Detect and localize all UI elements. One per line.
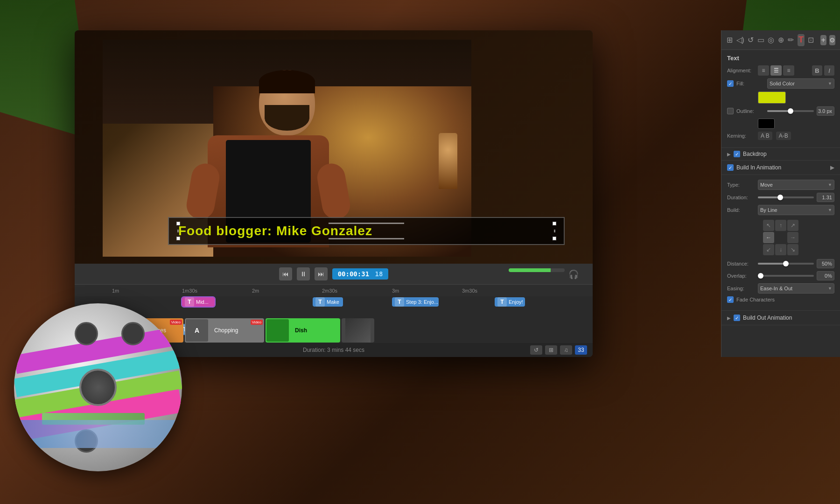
dir-arrow-e[interactable]: → bbox=[787, 232, 798, 243]
build-in-checkbox[interactable]: ✓ bbox=[727, 164, 734, 171]
dir-arrow-n[interactable]: ↑ bbox=[775, 220, 786, 231]
fade-chars-label: Fade Characters bbox=[736, 297, 775, 302]
outline-slider[interactable] bbox=[767, 110, 814, 112]
type-select[interactable]: Move ▼ bbox=[758, 180, 834, 190]
dir-arrow-se[interactable]: ↘ bbox=[787, 244, 798, 255]
audio-button[interactable]: ♫ bbox=[560, 345, 572, 355]
fill-color-swatch[interactable] bbox=[758, 91, 786, 104]
reel-hole-1 bbox=[75, 322, 98, 345]
ruler-mark: 3m bbox=[392, 288, 399, 294]
distance-row: Distance: 50% bbox=[727, 259, 834, 268]
duration-row: Duration: 1.31 bbox=[727, 193, 834, 202]
fill-type-arrow: ▼ bbox=[828, 81, 832, 86]
align-right-button[interactable]: ≡ bbox=[783, 65, 794, 76]
reel-blue-stripe bbox=[14, 420, 182, 448]
alignment-label: Alignment: bbox=[727, 68, 755, 73]
align-left-button[interactable]: ≡ bbox=[758, 65, 769, 76]
skip-back-button[interactable]: ⏮ bbox=[279, 267, 292, 280]
italic-button[interactable]: I bbox=[824, 65, 834, 76]
share-tool-icon[interactable]: ⊡ bbox=[807, 34, 815, 46]
distance-slider[interactable] bbox=[758, 263, 814, 265]
fill-color-row bbox=[727, 91, 834, 104]
panel-gear-button[interactable]: ⚙ bbox=[829, 35, 835, 45]
fill-row: ✓ Fill: Solid Color ▼ bbox=[727, 78, 834, 89]
speaker-tool-icon[interactable]: ◁) bbox=[736, 34, 744, 46]
video-preview: Food blogger: Mike Gonzalez bbox=[75, 30, 593, 264]
display-tool-icon[interactable]: ▭ bbox=[757, 34, 764, 46]
easing-select[interactable]: Ease-In & Out ▼ bbox=[758, 283, 834, 294]
rotate-left-button[interactable]: ↺ bbox=[530, 345, 542, 355]
kerning-sample-2[interactable]: A-B bbox=[776, 132, 791, 140]
media-clip-dish[interactable]: Dish bbox=[266, 318, 340, 343]
distance-label: Distance: bbox=[727, 261, 755, 266]
fill-checkbox[interactable]: ✓ bbox=[727, 80, 734, 87]
kerning-label: Kerning: bbox=[727, 133, 755, 139]
monitor-tool-icon[interactable]: ⊞ bbox=[726, 34, 734, 46]
panel-toolbar: ⊞ ◁) ↺ ▭ ◎ ⊕ ✏ T ⊡ + ⚙ bbox=[721, 30, 840, 50]
clip-enjoy[interactable]: T Enjoy! bbox=[495, 297, 525, 307]
overlap-slider[interactable] bbox=[758, 275, 814, 277]
fill-type-select[interactable]: Solid Color ▼ bbox=[767, 78, 834, 89]
build-in-label: Build In Animation bbox=[736, 164, 781, 171]
fade-chars-checkbox[interactable]: ✓ bbox=[727, 296, 734, 303]
bottom-toolbar: ↺ ⊞ ♫ 33 bbox=[530, 345, 587, 355]
clip-make[interactable]: T Make bbox=[313, 297, 343, 307]
pen-tool-icon[interactable]: ✏ bbox=[787, 34, 795, 46]
refresh-tool-icon[interactable]: ↺ bbox=[747, 34, 755, 46]
duration-slider[interactable] bbox=[758, 196, 814, 198]
film-reel bbox=[14, 303, 191, 481]
pause-button[interactable]: ⏸ bbox=[297, 267, 310, 280]
link-tool-icon[interactable]: ⊕ bbox=[777, 34, 785, 46]
text-section-title: Text bbox=[727, 55, 834, 62]
build-in-section-header[interactable]: ✓ Build In Animation ▶ bbox=[721, 161, 840, 175]
easing-label: Easing: bbox=[727, 286, 755, 291]
align-center-button[interactable]: ☰ bbox=[770, 65, 782, 76]
dir-arrow-sw[interactable]: ↙ bbox=[763, 244, 774, 255]
expand-button[interactable]: ⊞ bbox=[545, 345, 557, 355]
distance-value: 50% bbox=[817, 259, 834, 268]
media-clip-thumbnail[interactable] bbox=[342, 318, 374, 343]
headphone-icon: 🎧 bbox=[568, 269, 579, 280]
kerning-row: Kerning: A B A-B bbox=[727, 132, 834, 140]
build-out-section-header[interactable]: ▶ ✓ Build Out Animation bbox=[721, 311, 840, 325]
play-circle-tool-icon[interactable]: ◎ bbox=[767, 34, 775, 46]
backdrop-checkbox[interactable]: ✓ bbox=[734, 151, 740, 157]
media-clip-chopping[interactable]: A Video Chopping bbox=[185, 318, 264, 343]
build-select[interactable]: By Line ▼ bbox=[758, 205, 834, 215]
text-tool-icon[interactable]: T bbox=[798, 34, 805, 46]
dir-arrow-s[interactable]: ↓ bbox=[775, 244, 786, 255]
outline-value: 3.0 px bbox=[817, 106, 834, 116]
panel-add-button[interactable]: + bbox=[820, 35, 826, 45]
backdrop-chevron: ▶ bbox=[727, 152, 731, 157]
timecode-display: 00:00:31 18 bbox=[332, 268, 389, 280]
overlap-value: 0% bbox=[817, 271, 834, 280]
text-section: Text Alignment: ≡ ☰ ≡ B I ✓ Fill: Solid … bbox=[721, 50, 840, 148]
build-out-chevron: ▶ bbox=[727, 315, 731, 321]
kerning-samples: A B A-B bbox=[758, 132, 791, 140]
direction-grid-container: ↖ ↑ ↗ ← → ↙ ↓ ↘ bbox=[727, 218, 834, 257]
duration-label: Duration: bbox=[727, 195, 755, 200]
bold-button[interactable]: B bbox=[812, 65, 822, 76]
build-out-label: Build Out Animation bbox=[743, 315, 792, 321]
kerning-sample-1[interactable]: A B bbox=[758, 132, 772, 140]
dir-arrow-nw[interactable]: ↖ bbox=[763, 220, 774, 231]
counter-button[interactable]: 33 bbox=[575, 345, 587, 355]
build-out-checkbox[interactable]: ✓ bbox=[734, 315, 740, 321]
dir-arrow-ne[interactable]: ↗ bbox=[787, 220, 798, 231]
direction-grid: ↖ ↑ ↗ ← → ↙ ↓ ↘ bbox=[763, 220, 798, 255]
video-text-overlay[interactable]: Food blogger: Mike Gonzalez bbox=[168, 217, 565, 245]
ruler-mark: 1m bbox=[112, 288, 119, 294]
easing-row: Easing: Ease-In & Out ▼ bbox=[727, 283, 834, 294]
outline-checkbox[interactable] bbox=[727, 108, 734, 114]
ruler-mark: 2m bbox=[252, 288, 259, 294]
outline-label: Outline: bbox=[736, 108, 764, 114]
right-panel: ⊞ ◁) ↺ ▭ ◎ ⊕ ✏ T ⊡ + ⚙ Text Alignment: ≡… bbox=[721, 30, 840, 357]
build-row: Build: By Line ▼ bbox=[727, 205, 834, 215]
reel-hole-2 bbox=[121, 322, 145, 345]
volume-slider[interactable] bbox=[509, 268, 565, 272]
clip-step3[interactable]: T Step 3: Enjo... bbox=[392, 297, 439, 307]
dir-arrow-w[interactable]: ← bbox=[763, 232, 774, 243]
outline-color-swatch[interactable] bbox=[758, 119, 775, 129]
ruler-mark: 3m30s bbox=[462, 288, 477, 294]
skip-forward-button[interactable]: ⏭ bbox=[315, 267, 328, 280]
